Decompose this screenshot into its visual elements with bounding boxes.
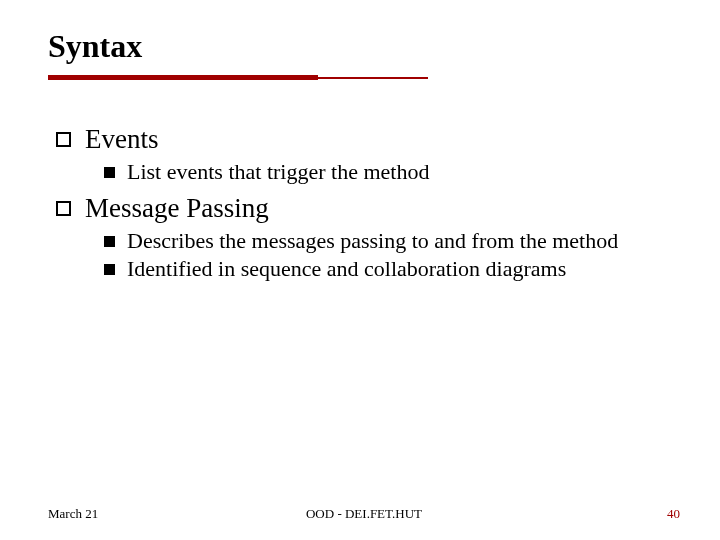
rule-thick [48,75,318,80]
bullet-text: List events that trigger the method [127,159,429,185]
bullet-item: List events that trigger the method [104,159,680,185]
section-heading: Events [56,124,680,155]
bullet-text: Describes the messages passing to and fr… [127,228,618,254]
open-square-bullet-icon [56,132,71,147]
heading-text: Message Passing [85,193,269,224]
filled-square-bullet-icon [104,264,115,275]
bullet-item: Describes the messages passing to and fr… [104,228,680,254]
open-square-bullet-icon [56,201,71,216]
content: Events List events that trigger the meth… [48,124,680,282]
footer-date: March 21 [48,506,98,522]
filled-square-bullet-icon [104,167,115,178]
bullet-text: Identified in sequence and collaboration… [127,256,566,282]
bullet-item: Identified in sequence and collaboration… [104,256,680,282]
rule-thin [318,77,428,79]
footer: March 21 OOD - DEI.FET.HUT 40 [48,506,680,522]
heading-text: Events [85,124,159,155]
slide-title: Syntax [48,28,680,65]
filled-square-bullet-icon [104,236,115,247]
title-rule [48,75,428,80]
slide: Syntax Events List events that trigger t… [0,0,720,540]
footer-page-number: 40 [667,506,680,522]
footer-center: OOD - DEI.FET.HUT [306,506,422,522]
section-heading: Message Passing [56,193,680,224]
